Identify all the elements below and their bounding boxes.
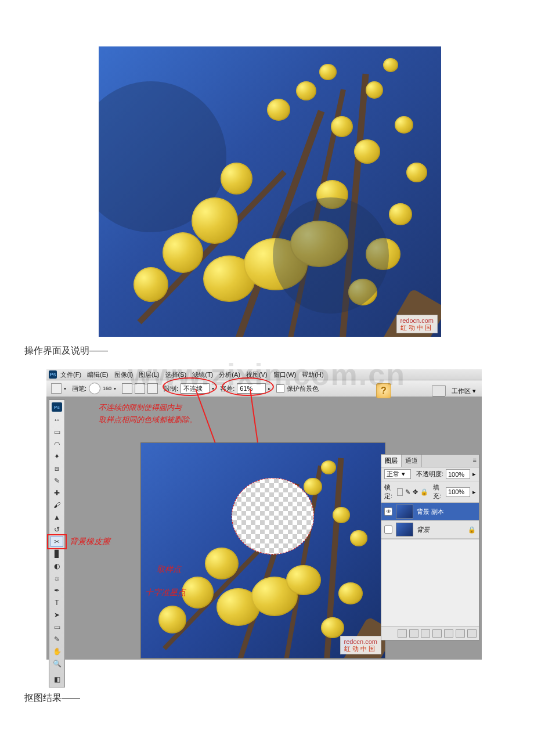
protect-fg-checkbox[interactable] bbox=[276, 384, 284, 393]
brush-preview-icon[interactable] bbox=[89, 383, 100, 394]
bg-eraser-tool-icon[interactable]: ✂ bbox=[50, 536, 63, 547]
wm-cn: 红动中国 bbox=[400, 324, 434, 331]
layer-mask-icon[interactable] bbox=[421, 629, 430, 638]
wm-cn-2: 红动中国 bbox=[344, 645, 377, 652]
protect-fg-label: 保护前景色 bbox=[287, 384, 319, 393]
limits-label: 限制: bbox=[164, 384, 178, 393]
fill-label: 填充: bbox=[433, 483, 443, 501]
hand-tool-icon[interactable]: ✋ bbox=[50, 646, 63, 657]
sampling-once-icon[interactable] bbox=[135, 383, 145, 394]
group-icon[interactable] bbox=[444, 629, 453, 638]
path-tool-icon[interactable]: ➤ bbox=[50, 609, 63, 620]
dodge-tool-icon[interactable]: ☼ bbox=[50, 573, 63, 584]
notes-tool-icon[interactable]: ✎ bbox=[50, 633, 63, 645]
tab-layers[interactable]: 图层 bbox=[381, 455, 402, 467]
lock-all-icon[interactable]: 🔒 bbox=[420, 488, 428, 496]
photo-watermark: redocn.com 红动中国 bbox=[396, 315, 438, 333]
layer-name-copy: 背景 副本 bbox=[417, 507, 444, 516]
annotation-tip-line1: 不连续的限制使得圆内与 bbox=[99, 402, 197, 414]
brush-tool-icon[interactable]: 🖌 bbox=[50, 499, 63, 510]
source-photo: redocn.com 红动中国 bbox=[99, 46, 441, 337]
document-canvas[interactable]: redocn.com 红动中国 bbox=[140, 442, 385, 658]
wand-tool-icon[interactable]: ✦ bbox=[50, 451, 63, 462]
visibility-icon[interactable]: 👁 bbox=[384, 507, 392, 516]
tolerance-label: 容差: bbox=[220, 384, 234, 393]
lock-brush-icon[interactable]: ✎ bbox=[405, 488, 410, 496]
menu-help[interactable]: 帮助(H) bbox=[300, 370, 326, 379]
caption-result: 抠图结果—— bbox=[24, 692, 80, 704]
canvas-watermark: redocn.com 红动中国 bbox=[340, 636, 381, 654]
menu-window[interactable]: 窗口(W) bbox=[271, 370, 299, 379]
menu-filter[interactable]: 滤镜(T) bbox=[190, 370, 215, 379]
fill-value: 100% bbox=[448, 488, 464, 495]
lock-transparent-icon[interactable] bbox=[397, 488, 403, 496]
menu-analysis[interactable]: 分析(A) bbox=[217, 370, 243, 379]
blend-mode-select[interactable]: 正常▾ bbox=[384, 469, 411, 479]
erased-transparent-area bbox=[232, 478, 314, 555]
opacity-label: 不透明度: bbox=[416, 470, 443, 478]
tab-channels[interactable]: 通道 bbox=[402, 455, 422, 467]
layer-name-bg: 背景 bbox=[417, 525, 430, 534]
visibility-icon-2[interactable] bbox=[384, 525, 392, 534]
zoom-tool-icon[interactable]: 🔍 bbox=[50, 658, 63, 669]
tolerance-field[interactable]: 61% bbox=[237, 383, 266, 394]
photoshop-interface: Ps 文件(F) 编辑(E) 图像(I) 图层(L) 选择(S) 滤镜(T) 分… bbox=[46, 369, 482, 660]
layers-empty-area bbox=[381, 539, 479, 627]
brush-size: 160 bbox=[103, 386, 111, 391]
menu-layer[interactable]: 图层(L) bbox=[136, 370, 161, 379]
link-layers-icon[interactable] bbox=[398, 629, 407, 638]
type-tool-icon[interactable]: T bbox=[50, 597, 63, 608]
lock-label: 锁定: bbox=[384, 483, 395, 501]
lasso-tool-icon[interactable]: ◠ bbox=[50, 438, 63, 449]
lock-icon: 🔒 bbox=[468, 526, 476, 534]
delete-layer-icon[interactable] bbox=[467, 629, 477, 638]
annotation-tip: 不连续的限制使得圆内与 取样点相同的色域都被删除。 bbox=[99, 402, 197, 426]
workspace-menu[interactable]: 工作区 ▾ bbox=[452, 387, 476, 395]
gradient-tool-icon[interactable]: ▊ bbox=[50, 548, 63, 559]
menu-edit[interactable]: 编辑(E) bbox=[85, 370, 111, 379]
menubar: Ps 文件(F) 编辑(E) 图像(I) 图层(L) 选择(S) 滤镜(T) 分… bbox=[46, 369, 482, 380]
layers-panel: 图层 通道 ≡ 正常▾ 不透明度: 100%▸ 锁定: ✎ ✥ 🔒 bbox=[381, 454, 479, 640]
layer-thumbnail-icon bbox=[396, 505, 413, 519]
crop-tool-icon[interactable]: ⧈ bbox=[50, 463, 63, 474]
fg-bg-swatch-icon[interactable]: ◧ bbox=[50, 674, 63, 685]
sampling-continuous-icon[interactable] bbox=[122, 383, 132, 394]
menu-file[interactable]: 文件(F) bbox=[58, 370, 84, 379]
layer-fx-icon[interactable] bbox=[409, 629, 418, 638]
annotation-tip-line2: 取样点相同的色域都被删除。 bbox=[99, 414, 197, 426]
shape-tool-icon[interactable]: ▭ bbox=[50, 621, 63, 632]
history-brush-icon[interactable]: ↺ bbox=[50, 524, 63, 535]
new-layer-icon[interactable] bbox=[456, 629, 465, 638]
menu-view[interactable]: 视图(V) bbox=[244, 370, 270, 379]
wm-url-2: redocn.com bbox=[344, 638, 377, 645]
tool-preset-icon[interactable] bbox=[51, 383, 62, 394]
fill-field[interactable]: 100% bbox=[446, 487, 470, 497]
annotation-tool-label: 背景橡皮擦 bbox=[70, 537, 110, 547]
layer-thumbnail-icon-2 bbox=[396, 523, 413, 537]
stamp-tool-icon[interactable]: ▲ bbox=[50, 512, 63, 523]
layer-row-bg[interactable]: 背景 🔒 bbox=[381, 521, 479, 539]
healing-tool-icon[interactable]: ✚ bbox=[50, 487, 63, 498]
eyedropper-tool-icon[interactable]: ✎ bbox=[50, 475, 63, 486]
blend-mode-value: 正常 bbox=[387, 470, 399, 478]
wm-url: redocn.com bbox=[400, 317, 434, 324]
marquee-tool-icon[interactable]: ▭ bbox=[50, 426, 63, 437]
lock-move-icon[interactable]: ✥ bbox=[413, 488, 418, 496]
layers-footer bbox=[381, 627, 479, 640]
sampling-swatch-icon[interactable] bbox=[147, 383, 158, 394]
adjustment-layer-icon[interactable] bbox=[432, 629, 442, 638]
toolbox: Ps ↔ ▭ ◠ ✦ ⧈ ✎ ✚ 🖌 ▲ ↺ ✂ ▊ ◐ ☼ ✒ T ➤ ▭ ✎ bbox=[49, 399, 65, 687]
opacity-field[interactable]: 100% bbox=[446, 469, 470, 479]
layer-row-copy[interactable]: 👁 背景 副本 bbox=[381, 503, 479, 521]
panel-menu-icon[interactable]: ≡ bbox=[471, 455, 479, 467]
screen-mode-icon[interactable] bbox=[432, 385, 446, 397]
menu-image[interactable]: 图像(I) bbox=[112, 370, 135, 379]
caption-interface: 操作界面及说明—— bbox=[24, 345, 108, 357]
move-tool-icon[interactable]: ↔ bbox=[50, 414, 63, 425]
ps-badge-icon: Ps bbox=[52, 402, 62, 412]
blur-tool-icon[interactable]: ◐ bbox=[50, 560, 63, 571]
app-icon: Ps bbox=[49, 370, 57, 379]
menu-select[interactable]: 选择(S) bbox=[163, 370, 189, 379]
options-bar: ▾ 画笔: 160 ▾ 限制: 不连续 ▾ 容差: 61% ▸ bbox=[46, 380, 482, 397]
pen-tool-icon[interactable]: ✒ bbox=[50, 585, 63, 596]
